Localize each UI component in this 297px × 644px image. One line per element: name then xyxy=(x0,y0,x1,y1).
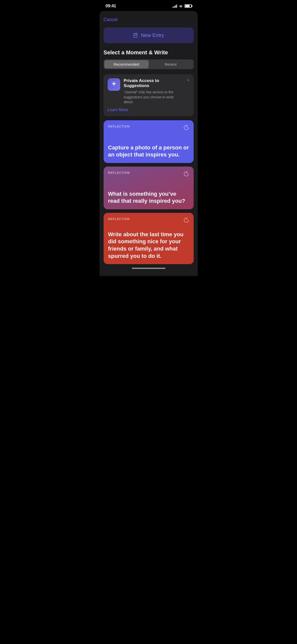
privacy-card-header: Private Access to Suggestions “Journal” … xyxy=(108,78,190,105)
main-container: Cancel New Entry Select a Moment & Write… xyxy=(100,11,198,276)
sparkle-icon xyxy=(110,80,117,89)
learn-more-button[interactable]: Learn More xyxy=(108,108,128,112)
cancel-button[interactable]: Cancel xyxy=(104,16,118,23)
home-indicator xyxy=(132,268,165,269)
signal-icon xyxy=(173,5,177,8)
section-title: Select a Moment & Write xyxy=(104,49,194,56)
refresh-button-3[interactable] xyxy=(184,217,189,224)
new-entry-button[interactable]: New Entry xyxy=(104,27,194,43)
new-entry-icon xyxy=(133,33,138,38)
privacy-card: Private Access to Suggestions “Journal” … xyxy=(104,74,194,116)
wifi-icon xyxy=(179,4,183,8)
privacy-icon-wrapper xyxy=(108,78,120,91)
svg-point-1 xyxy=(112,82,112,83)
tab-recent[interactable]: Recent xyxy=(149,60,193,68)
refresh-button-2[interactable] xyxy=(184,171,189,178)
privacy-text-content: Private Access to Suggestions “Journal” … xyxy=(124,78,184,105)
status-icons xyxy=(173,4,192,8)
reflection-text-1: Capture a photo of a person or an object… xyxy=(108,144,189,158)
new-entry-label: New Entry xyxy=(141,32,164,38)
reflection-card-2[interactable]: REFLECTION What is something you’ve read… xyxy=(104,167,194,209)
status-time: 09:41 xyxy=(106,4,116,9)
reflection-label-3: REFLECTION xyxy=(108,217,189,221)
battery-icon xyxy=(185,4,192,8)
privacy-close-button[interactable]: × xyxy=(187,78,189,82)
reflection-text-2: What is something you’ve read that reall… xyxy=(108,190,189,205)
svg-point-2 xyxy=(115,82,116,83)
tab-recommended[interactable]: Recommended xyxy=(104,60,149,68)
privacy-description: “Journal” only has access to the suggest… xyxy=(124,90,184,105)
refresh-button-1[interactable] xyxy=(184,125,189,132)
privacy-title: Private Access to Suggestions xyxy=(124,78,184,88)
status-bar: 09:41 xyxy=(100,0,198,11)
reflection-card-3[interactable]: REFLECTION Write about the last time you… xyxy=(104,213,194,264)
reflection-label-2: REFLECTION xyxy=(108,171,189,175)
reflection-text-3: Write about the last time you did someth… xyxy=(108,231,189,260)
reflection-label-1: REFLECTION xyxy=(108,125,189,128)
tab-selector: Recommended Recent xyxy=(104,59,194,69)
reflection-card-1[interactable]: REFLECTION Capture a photo of a person o… xyxy=(104,120,194,163)
